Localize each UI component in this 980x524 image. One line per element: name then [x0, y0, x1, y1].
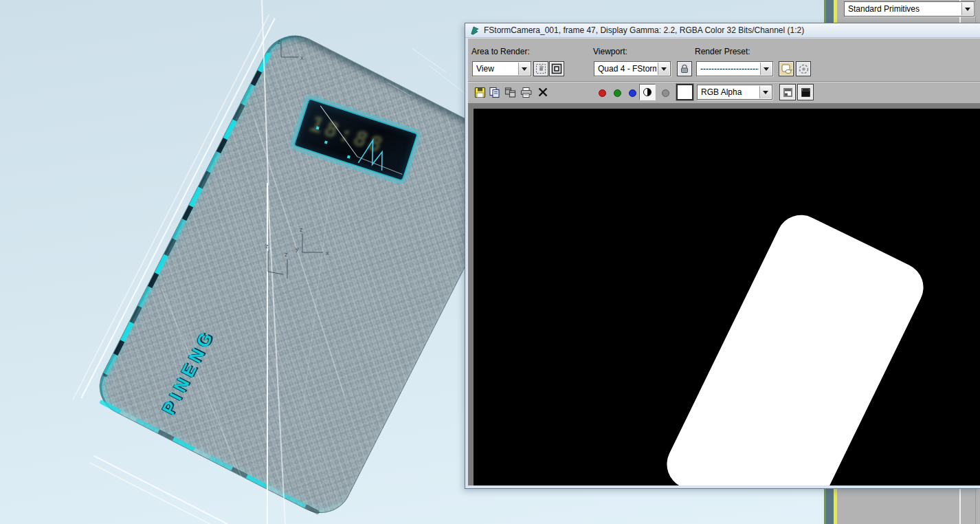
- selection-edge-left: [102, 52, 271, 378]
- svg-text:z: z: [300, 226, 303, 233]
- viewport-label: Viewport:: [593, 47, 627, 56]
- edit-region-button[interactable]: [533, 61, 548, 76]
- background-color-swatch[interactable]: [676, 84, 693, 100]
- viewport-dropdown[interactable]: Quad 4 - FStormC: [594, 61, 671, 76]
- render-canvas-frame: [468, 103, 980, 485]
- rendered-image-canvas[interactable]: [474, 109, 980, 485]
- edit-region-icon: [535, 63, 546, 74]
- render-setup-button[interactable]: [779, 61, 794, 76]
- svg-text:y: y: [296, 245, 299, 252]
- render-preset-label: Render Preset:: [695, 47, 750, 56]
- floppy-disk-icon: [474, 87, 486, 98]
- window-title-text: FStormCamera_001, frame 47, Display Gamm…: [484, 25, 804, 35]
- channel-display-dropdown[interactable]: RGB Alpha: [697, 85, 772, 100]
- svg-text:z: z: [265, 243, 269, 250]
- lcd-wireframe-overlay: [294, 99, 419, 182]
- save-image-button[interactable]: [472, 85, 487, 100]
- chevron-down-icon[interactable]: [961, 3, 973, 15]
- svg-text:x: x: [300, 54, 304, 61]
- toolbar-divider: [468, 81, 980, 83]
- svg-text:z: z: [285, 251, 288, 258]
- render-preset-value: ----------------------: [700, 64, 759, 74]
- scratch-line: [412, 48, 446, 72]
- toggle-ui-button[interactable]: [797, 84, 814, 100]
- rendered-frame-window: FStormCamera_001, frame 47, Display Gamm…: [465, 23, 980, 489]
- 3dsmax-app-icon: [469, 25, 480, 36]
- viewport-value: Quad 4 - FStormC: [598, 64, 656, 74]
- radial-dial-icon: [798, 63, 810, 75]
- printer-icon: [520, 87, 533, 98]
- alpha-channel-icon: [643, 88, 652, 96]
- channel-display-value: RGB Alpha: [701, 87, 758, 97]
- window-title-bar[interactable]: FStormCamera_001, frame 47, Display Gamm…: [465, 23, 980, 38]
- chevron-down-icon[interactable]: [759, 86, 771, 98]
- svg-text:z: z: [278, 39, 281, 45]
- chevron-down-icon[interactable]: [760, 63, 772, 75]
- area-to-render-value: View: [476, 64, 517, 74]
- red-channel-toggle[interactable]: [599, 89, 606, 97]
- clear-image-button[interactable]: [535, 85, 550, 100]
- powerbank-lcd-screen[interactable]: 18:88: [293, 98, 419, 182]
- chevron-down-icon[interactable]: [658, 63, 669, 75]
- lock-viewport-button[interactable]: [677, 61, 692, 76]
- primitives-category-dropdown[interactable]: Standard Primitives: [844, 1, 975, 17]
- alpha-silhouette-shape: [658, 207, 931, 485]
- window-overlay-icon: [782, 87, 794, 98]
- monochrome-toggle[interactable]: [662, 89, 669, 97]
- environment-effects-button[interactable]: [796, 61, 811, 76]
- area-to-render-dropdown[interactable]: View: [472, 61, 531, 76]
- print-image-button[interactable]: [519, 85, 534, 100]
- alpha-channel-toggle[interactable]: [639, 84, 656, 100]
- clone-windows-icon: [504, 87, 517, 98]
- 3dsmax-workspace: 18:88 PINENG z x z y x z: [0, 0, 980, 524]
- axis-tripod-gizmo: z x: [275, 39, 307, 63]
- area-to-render-label: Area to Render:: [471, 47, 530, 56]
- auto-region-button[interactable]: [549, 61, 564, 76]
- blue-channel-toggle[interactable]: [629, 89, 636, 97]
- axis-tripod-gizmo: z y x z z: [254, 203, 337, 279]
- selection-edge-bottom: [99, 400, 320, 515]
- render-setup-icon: [781, 63, 792, 75]
- green-channel-toggle[interactable]: [614, 89, 621, 97]
- lock-icon: [679, 63, 690, 74]
- nested-region-icon: [551, 63, 562, 74]
- copy-pages-icon: [489, 87, 501, 98]
- dark-window-icon: [800, 87, 812, 98]
- render-window-body: Area to Render: Viewport: Render Preset:…: [468, 39, 980, 485]
- toggle-ui-overlays-button[interactable]: [779, 84, 796, 100]
- primitives-category-value: Standard Primitives: [848, 4, 960, 14]
- copy-image-button[interactable]: [487, 85, 502, 100]
- scratch-line: [429, 65, 467, 96]
- render-preset-dropdown[interactable]: ----------------------: [696, 61, 773, 76]
- clear-x-icon: [537, 87, 548, 98]
- chevron-down-icon[interactable]: [518, 63, 530, 75]
- svg-text:x: x: [326, 250, 329, 256]
- clone-window-button[interactable]: [503, 85, 518, 100]
